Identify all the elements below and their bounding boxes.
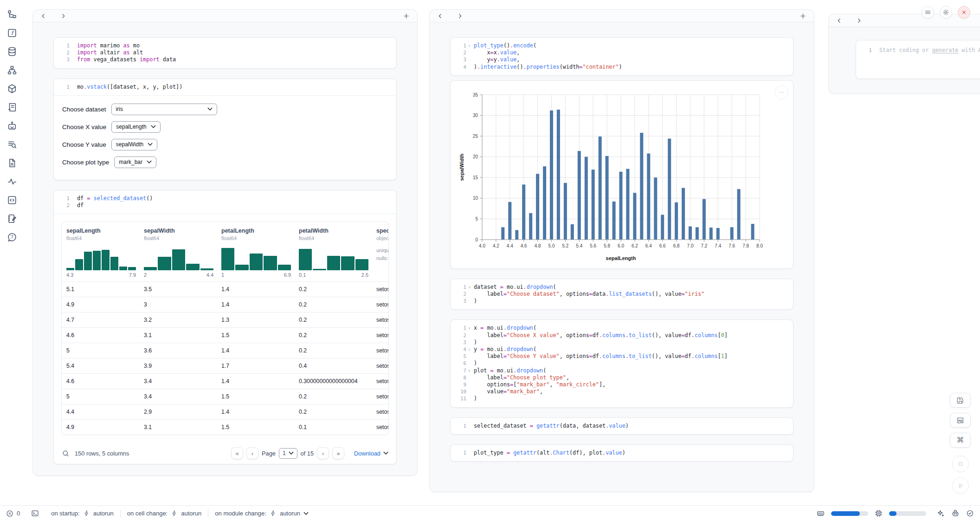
table-column-header[interactable]: sepalWidthfloat6424.4 (139, 222, 217, 281)
column-collapse-right-icon[interactable] (60, 13, 66, 19)
svg-text:6.8: 6.8 (673, 243, 680, 248)
sidebar-database-icon[interactable] (4, 44, 20, 59)
fold-chevron-icon[interactable]: ∨ (466, 284, 472, 291)
prev-page-button[interactable]: ‹ (246, 447, 258, 459)
sidebar-activity-icon[interactable] (4, 174, 20, 189)
settings-button[interactable] (940, 6, 952, 19)
terminal-button[interactable] (31, 509, 39, 517)
svg-text:7.4: 7.4 (715, 243, 721, 248)
code-editor[interactable]: 1mo.vstack([dataset, x, y, plot]) (54, 79, 396, 95)
code-editor[interactable]: 1import marimo as mo2import altair as al… (54, 38, 396, 68)
chevron-down-icon (303, 512, 309, 515)
table-column-header[interactable]: petalLengthfloat6416.9 (217, 222, 294, 281)
sidebar-help-bubble-icon[interactable]: ? (4, 229, 20, 245)
code-editor[interactable]: 1∨dataset = mo.ui.dropdown(2 label="Choo… (451, 279, 793, 310)
run-button[interactable] (952, 477, 969, 494)
column-collapse-left-icon[interactable] (437, 13, 443, 19)
sidebar-package-cube-icon[interactable] (4, 81, 20, 96)
code-editor[interactable]: 1∨plot_type().encode(2 x=x.value,3 y=y.v… (451, 38, 793, 75)
fold-gutter (466, 381, 472, 388)
column-histogram (144, 245, 213, 270)
status-right-cluster (817, 509, 974, 518)
autorun-toggle[interactable]: on startup:autorun (51, 510, 114, 517)
fold-chevron-icon[interactable]: ∨ (466, 325, 472, 332)
sidebar-scratchpad-icon[interactable] (4, 211, 20, 226)
page-select[interactable]: 1 (279, 448, 297, 459)
cell-dataset-dropdown: 1∨dataset = mo.ui.dropdown(2 label="Choo… (450, 279, 793, 310)
add-cell-button[interactable] (403, 13, 410, 20)
add-cell-button[interactable] (799, 13, 806, 20)
fold-gutter (466, 388, 472, 395)
separator (208, 509, 208, 518)
sidebar-document-icon[interactable] (4, 155, 20, 170)
fold-chevron-icon[interactable]: ∨ (466, 346, 472, 353)
fold-chevron-icon[interactable]: ∨ (466, 367, 472, 374)
svg-text:?: ? (11, 234, 13, 239)
line-number: 1 (455, 42, 466, 49)
dropdown-select[interactable]: sepalLength (111, 121, 160, 133)
chart-actions-button[interactable] (774, 85, 788, 99)
dropdown-select[interactable]: iris (111, 104, 217, 115)
code-editor[interactable]: 1selected_dataset = getattr(data, datase… (451, 418, 793, 434)
bolt-icon (83, 510, 90, 517)
min-value: 2 (144, 272, 147, 278)
table-row: 4.63.41.40.30000000000000004setosa (62, 373, 388, 389)
command-palette-button[interactable]: ⌘ (950, 433, 971, 448)
sidebar-dependency-graph-icon[interactable] (4, 62, 20, 78)
sidebar-file-tree-icon[interactable] (4, 7, 20, 22)
dropdown-select[interactable]: mark_bar (114, 156, 156, 168)
line-number: 1 (58, 195, 70, 202)
ram-icon (817, 509, 825, 517)
column-collapse-right-icon[interactable] (856, 18, 862, 24)
first-page-button[interactable]: « (231, 447, 243, 459)
dropdown-select[interactable]: sepalWidth (111, 139, 157, 150)
table-column-header[interactable]: petalWidthfloat640.12.5 (294, 222, 372, 281)
line-number: 9 (455, 381, 466, 388)
altair-bar-chart[interactable]: 051015202530354.04.24.44.64.85.05.25.45.… (451, 81, 793, 268)
copilot-button[interactable] (951, 509, 960, 518)
sidebar-function-square-icon[interactable]: f (4, 25, 20, 40)
sidebar-code-square-icon[interactable] (4, 192, 20, 208)
fold-chevron-icon[interactable]: ∨ (466, 42, 472, 49)
line-number: 4 (455, 64, 466, 71)
code-text: value="mark_bar", (472, 388, 543, 395)
column-dtype: float64 (299, 235, 369, 241)
code-line: 9 options=["mark_bar", "mark_circle"], (455, 381, 787, 388)
generate-ai-link[interactable]: generate (932, 47, 959, 53)
code-line: 2df (58, 202, 390, 209)
table-cell: 1.5 (217, 328, 294, 343)
code-editor[interactable]: 1df = selected_dataset()2df (54, 190, 396, 214)
max-value: 7.9 (129, 272, 136, 278)
table-row: 4.42.91.40.2setosa (62, 404, 388, 419)
table-cell: 2.9 (139, 404, 217, 419)
column-collapse-left-icon[interactable] (836, 18, 842, 24)
column-collapse-right-icon[interactable] (457, 13, 463, 19)
svg-text:sepalWidth: sepalWidth (459, 153, 464, 181)
sidebar-log-search-icon[interactable] (4, 137, 20, 152)
code-editor[interactable]: 1plot_type = getattr(alt.Chart(df), plot… (451, 445, 793, 461)
ai-sparkle-button[interactable] (936, 509, 945, 518)
column-collapse-left-icon[interactable] (40, 13, 46, 19)
save-button[interactable] (950, 393, 971, 408)
code-line: 2 label="Choose X value", options=df.col… (455, 332, 787, 339)
table-column-header[interactable]: speciesobjectunique:nulls: (372, 222, 388, 281)
menu-button[interactable] (922, 6, 934, 19)
sidebar-chat-bot-icon[interactable] (4, 118, 20, 133)
autorun-toggle[interactable]: on module change:autorun (215, 510, 309, 517)
code-editor[interactable]: 1∨x = mo.ui.dropdown(2 label="Choose X v… (451, 320, 793, 407)
error-indicator[interactable]: 0 (6, 510, 20, 517)
chevron-down-icon (207, 107, 213, 111)
chevron-down-icon (289, 451, 294, 455)
search-icon[interactable] (62, 449, 70, 457)
stop-button[interactable] (952, 456, 969, 472)
layout-toggle-button[interactable] (950, 413, 971, 428)
sidebar-script-scroll-icon[interactable] (4, 99, 20, 115)
download-button[interactable]: Download (354, 450, 388, 457)
autorun-toggle[interactable]: on cell change:autorun (127, 510, 202, 517)
code-editor[interactable]: 1 Start coding or generate with AI (856, 40, 980, 59)
next-page-button[interactable]: › (317, 447, 329, 459)
close-button[interactable] (958, 6, 970, 19)
svg-text:25: 25 (473, 133, 478, 138)
table-column-header[interactable]: sepalLengthfloat644.37.9 (62, 222, 139, 281)
last-page-button[interactable]: » (332, 447, 344, 459)
